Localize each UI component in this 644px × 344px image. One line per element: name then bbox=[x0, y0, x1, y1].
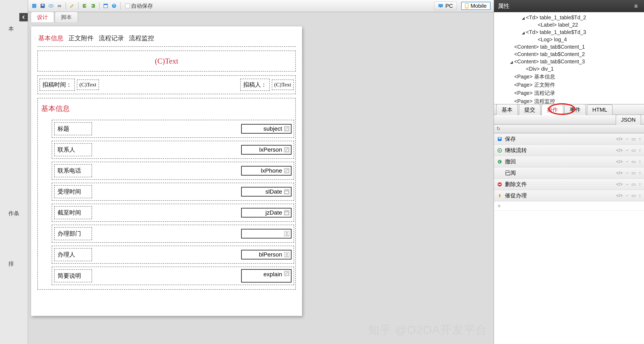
form-tab-basic[interactable]: 基本信息 bbox=[38, 34, 64, 43]
operation-item[interactable]: 删除文件</>−▭↑ bbox=[494, 179, 644, 190]
form-tab-attach[interactable]: 正文附件 bbox=[68, 34, 94, 43]
person-icon bbox=[284, 231, 289, 236]
operation-item[interactable]: 继续流转</>−▭↑ bbox=[494, 145, 644, 156]
minus-icon[interactable]: − bbox=[626, 159, 628, 165]
tree-node[interactable]: <Page> 正文附件 bbox=[494, 81, 644, 89]
save-icon[interactable] bbox=[40, 3, 46, 9]
svg-rect-7 bbox=[58, 6, 60, 8]
autosave-input[interactable] bbox=[125, 3, 130, 8]
prop-tab-action[interactable]: 操作 bbox=[542, 104, 563, 115]
meta-row[interactable]: 拟稿时间： (C)Text 拟稿人： (C)Text bbox=[38, 75, 296, 94]
up-icon[interactable]: ↑ bbox=[639, 170, 641, 176]
edit-icon bbox=[284, 147, 289, 152]
prop-tab-event[interactable]: 事件 bbox=[564, 104, 586, 115]
collapse-button[interactable] bbox=[19, 13, 28, 21]
up-icon[interactable]: ↑ bbox=[639, 136, 641, 142]
field-row[interactable]: 办理部门 bbox=[52, 225, 294, 243]
field-input[interactable]: jzDate bbox=[241, 208, 292, 217]
up-icon[interactable]: ↑ bbox=[639, 159, 641, 165]
tree-node[interactable]: <Content> tab_tab$Content_1 bbox=[494, 43, 644, 50]
field-row[interactable]: 联系电话lxPhone bbox=[52, 162, 294, 180]
code-icon[interactable]: </> bbox=[616, 193, 623, 198]
field-input[interactable]: blPerson bbox=[241, 250, 292, 259]
tree-node[interactable]: ◢<Td> table_1_table$Td_2 bbox=[494, 14, 644, 21]
field-input[interactable] bbox=[241, 229, 292, 238]
new-icon[interactable] bbox=[31, 3, 38, 9]
left-label-2: 作条 bbox=[8, 210, 19, 217]
import-icon[interactable] bbox=[90, 3, 96, 9]
box-icon[interactable]: ▭ bbox=[632, 148, 636, 153]
field-input[interactable]: lxPhone bbox=[241, 166, 292, 175]
form-card[interactable]: 基本信息 正文附件 流程记录 流程监控 (C)Text 拟稿时间： (C)Tex… bbox=[31, 26, 302, 316]
window-icon[interactable] bbox=[102, 3, 109, 9]
prop-tab-html[interactable]: HTML bbox=[587, 104, 613, 115]
tree-node[interactable]: <Page> 基本信息 bbox=[494, 73, 644, 81]
field-input[interactable]: slDate bbox=[241, 187, 292, 196]
tree-node[interactable]: <Content> tab_tab$Content_2 bbox=[494, 50, 644, 58]
tree-node[interactable]: ◢<Content> tab_tab$Content_3 bbox=[494, 58, 644, 65]
code-icon[interactable]: </> bbox=[616, 148, 623, 153]
form-tab-log[interactable]: 流程记录 bbox=[99, 34, 124, 43]
tree-node[interactable]: <Page> 流程记录 bbox=[494, 89, 644, 97]
operation-item[interactable]: 保存</>−▭↑ bbox=[494, 133, 644, 145]
field-label: 办理人 bbox=[54, 248, 92, 261]
code-icon[interactable]: </> bbox=[616, 170, 623, 176]
refresh-icon[interactable]: ↻ bbox=[496, 126, 500, 132]
prop-tab-json[interactable]: JSON bbox=[616, 115, 641, 125]
minus-icon[interactable]: − bbox=[626, 170, 628, 176]
tree-node[interactable]: ◢<Td> table_1_table$Td_3 bbox=[494, 28, 644, 36]
box-icon[interactable]: ▭ bbox=[632, 159, 636, 165]
operation-item[interactable]: 撤回</>−▭↑ bbox=[494, 156, 644, 168]
right-header-menu-icon[interactable]: ≡ bbox=[632, 3, 640, 9]
box-icon[interactable]: ▭ bbox=[632, 193, 636, 198]
box-icon[interactable]: ▭ bbox=[632, 170, 636, 176]
draft-time-value[interactable]: (C)Text bbox=[77, 79, 99, 90]
up-icon[interactable]: ↑ bbox=[639, 182, 641, 187]
up-icon[interactable]: ↑ bbox=[639, 148, 641, 153]
field-input[interactable]: explain bbox=[241, 269, 292, 283]
field-input[interactable]: lxPerson bbox=[241, 145, 292, 155]
device-pc-button[interactable]: PC bbox=[434, 2, 457, 10]
export-icon[interactable] bbox=[82, 3, 88, 9]
prop-tab-basic[interactable]: 基本 bbox=[496, 104, 518, 115]
up-icon[interactable]: ↑ bbox=[639, 193, 641, 198]
tree-node[interactable]: <Log> log_4 bbox=[494, 36, 644, 43]
field-row[interactable]: 标题subject bbox=[52, 120, 294, 138]
minus-icon[interactable]: − bbox=[626, 136, 628, 142]
add-operation-button[interactable]: + bbox=[494, 201, 644, 211]
code-icon[interactable]: </> bbox=[616, 182, 623, 187]
preview-icon[interactable] bbox=[48, 3, 54, 9]
field-row[interactable]: 办理人blPerson bbox=[52, 246, 294, 264]
box-icon[interactable]: ▭ bbox=[632, 136, 636, 142]
element-tree[interactable]: ◢<Td> table_1_table$Td_2<Label> label_22… bbox=[494, 12, 644, 104]
tab-design[interactable]: 设计 bbox=[31, 11, 54, 22]
tree-node[interactable]: <Page> 流程监控 bbox=[494, 97, 644, 104]
title-block[interactable]: (C)Text bbox=[38, 50, 296, 72]
code-icon[interactable]: </> bbox=[616, 159, 623, 165]
minus-icon[interactable]: − bbox=[626, 193, 628, 198]
field-row[interactable]: 受理时间slDate bbox=[52, 183, 294, 201]
basic-section[interactable]: 基本信息 标题subject联系人lxPerson联系电话lxPhone受理时间… bbox=[38, 98, 296, 290]
autosave-checkbox[interactable]: 自动保存 bbox=[125, 2, 153, 10]
tab-script[interactable]: 脚本 bbox=[54, 11, 78, 22]
help-icon[interactable]: ? bbox=[111, 3, 117, 9]
field-row[interactable]: 截至时间jzDate bbox=[52, 204, 294, 222]
edit-icon[interactable] bbox=[69, 3, 75, 9]
field-row[interactable]: 联系人lxPerson bbox=[52, 141, 294, 159]
operation-item[interactable]: 已阅</>−▭↑ bbox=[494, 168, 644, 179]
print-icon[interactable] bbox=[56, 3, 62, 9]
operation-item[interactable]: 催促办理</>−▭↑ bbox=[494, 190, 644, 201]
field-input[interactable]: subject bbox=[241, 124, 292, 134]
device-mobile-button[interactable]: Mobile bbox=[461, 2, 491, 10]
minus-icon[interactable]: − bbox=[626, 148, 628, 153]
minus-icon[interactable]: − bbox=[626, 182, 628, 187]
tree-node[interactable]: <Div> div_1 bbox=[494, 65, 644, 73]
drafter-value[interactable]: (C)Text bbox=[272, 79, 294, 90]
box-icon[interactable]: ▭ bbox=[632, 182, 636, 187]
drafter-label: 拟稿人： bbox=[240, 79, 270, 91]
tree-node[interactable]: <Label> label_22 bbox=[494, 21, 644, 28]
code-icon[interactable]: </> bbox=[616, 136, 623, 142]
form-tab-monitor[interactable]: 流程监控 bbox=[129, 34, 154, 43]
field-row[interactable]: 简要说明explain bbox=[52, 267, 294, 285]
prop-tab-submit[interactable]: 提交 bbox=[519, 104, 541, 115]
